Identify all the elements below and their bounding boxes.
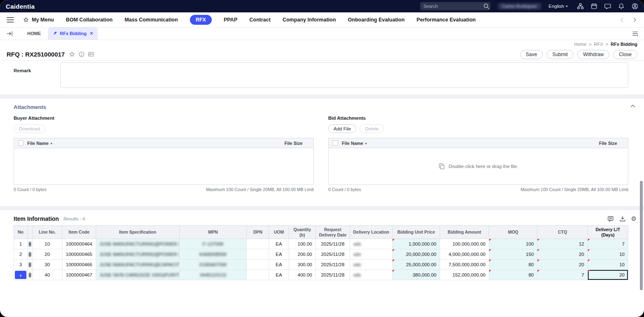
cell-bidding_amount[interactable]: 4,000,000,000.00 (440, 249, 489, 260)
col-header-bidding-unit-price[interactable]: Bidding Unit Price (393, 226, 440, 239)
user-name[interactable]: Carlos Rodriguez (498, 3, 541, 9)
chevron-left-icon[interactable] (619, 17, 625, 23)
cell-line_no[interactable]: 40 (33, 270, 62, 280)
nav-item-contract[interactable]: Contract (249, 17, 270, 23)
favorite-star-icon[interactable] (69, 51, 75, 57)
nav-item-mass-communication[interactable]: Mass Communication (125, 17, 178, 23)
cell-no[interactable]: 3 (14, 260, 28, 270)
cell-uom[interactable]: EA (269, 249, 289, 260)
cell-no[interactable]: 1 (14, 239, 28, 249)
cell-line_no[interactable]: 20 (33, 249, 62, 260)
download-icon[interactable] (619, 215, 626, 222)
table-row[interactable]: 1101000000464JUSE MANUFACTURING@POWER 15… (14, 239, 628, 249)
cell-uom[interactable]: EA (269, 260, 289, 270)
cell-mpn[interactable]: KA6800B5W (180, 249, 247, 260)
select-all-checkbox[interactable] (18, 140, 24, 146)
chevron-right-icon[interactable] (632, 17, 637, 23)
nav-item-bom-collaboration[interactable]: BOM Collaboration (66, 17, 112, 23)
col-header-dpn[interactable]: DPN (247, 226, 269, 239)
cell-bidding_unit_price[interactable]: 380,000.00 (393, 270, 440, 280)
breadcrumb-rfx[interactable]: RFX (594, 42, 603, 47)
col-header-flag[interactable] (28, 226, 33, 239)
user-icon[interactable] (631, 3, 638, 10)
cell-bidding_amount[interactable]: 152,000,000.00 (440, 270, 489, 280)
cell-item_code[interactable]: 1000000465 (62, 249, 96, 260)
cell-ctq[interactable]: 7 (537, 270, 588, 280)
col-header-request-delivery-date[interactable]: Request Delivery Date (316, 226, 350, 239)
contact-card-icon[interactable] (88, 51, 94, 57)
cell-bidding_amount[interactable]: 100,000,000.00 (440, 239, 489, 249)
sort-asc-icon[interactable]: ▲ (50, 142, 53, 144)
bell-icon[interactable] (618, 3, 625, 10)
language-selector[interactable]: English ▾ (549, 4, 568, 9)
cell-ctq[interactable]: 20 (537, 260, 588, 270)
comment-icon[interactable] (607, 215, 614, 222)
bid-grid-body[interactable]: Double-click here or drag the file. (329, 148, 628, 185)
cell-ctq[interactable]: 12 (537, 239, 588, 249)
cell-item_code[interactable]: 1000000464 (62, 239, 96, 249)
save-button[interactable]: Save (520, 50, 543, 59)
close-icon[interactable]: × (90, 31, 93, 36)
cell-flag[interactable] (28, 239, 33, 249)
cell-delivery_lt[interactable]: 20 (588, 270, 628, 280)
cell-line_no[interactable]: 30 (33, 260, 62, 270)
cell-flag[interactable] (28, 249, 33, 260)
delete-button[interactable]: Delete (360, 124, 384, 133)
calendar-icon[interactable] (590, 3, 597, 10)
cell-dpn[interactable] (247, 239, 269, 249)
cell-uom[interactable]: EA (269, 239, 289, 249)
file-dropzone[interactable]: Double-click here or drag the file. (438, 163, 519, 170)
col-header-mpn[interactable]: MPN (180, 226, 247, 239)
table-row[interactable]: 3301000000466JUSE MANUFACTURING@CAPACITY… (14, 260, 628, 270)
cell-delivery_lt[interactable]: 10 (588, 260, 628, 270)
cell-request_delivery_date[interactable]: 2025/11/28 (316, 270, 350, 280)
cell-item_spec[interactable]: JUSE MANUFACTURING@POWER 1500W (96, 239, 180, 249)
cell-delivery_lt[interactable]: 10 (588, 249, 628, 260)
remark-textarea[interactable] (60, 62, 628, 88)
global-search[interactable] (420, 2, 490, 10)
tab-home[interactable]: HOME (20, 27, 48, 40)
nav-item-performance-evaluation[interactable]: Performance Evaluation (417, 17, 476, 23)
cell-moq[interactable]: 100 (489, 239, 537, 249)
withdraw-button[interactable]: Withdraw (577, 50, 609, 59)
col-header-delivery-location[interactable]: Delivery Location (350, 226, 393, 239)
file-size-header[interactable]: File Size (284, 141, 309, 146)
col-header-item-code[interactable]: Item Code (62, 226, 96, 239)
expand-panel-icon[interactable] (7, 31, 13, 37)
cell-uom[interactable]: EA (269, 270, 289, 280)
collapse-section-icon[interactable] (630, 103, 636, 111)
cell-dpn[interactable] (247, 249, 269, 260)
cell-bidding_amount[interactable]: 7,500,000,000.00 (440, 260, 489, 270)
download-button[interactable]: Download (14, 124, 45, 133)
cell-bidding_unit_price[interactable]: 1,000,000.00 (393, 239, 440, 249)
cell-no[interactable]: › (14, 270, 28, 280)
cell-delivery_location[interactable]: sdo (350, 270, 393, 280)
col-header-item-specification[interactable]: Item Specification (96, 226, 180, 239)
search-input[interactable] (424, 4, 482, 9)
table-row[interactable]: 2201000000465JUSE MANUFACTURING@POWER 10… (14, 249, 628, 260)
file-size-header[interactable]: File Size (599, 141, 624, 146)
menu-hamburger-icon[interactable] (7, 17, 14, 23)
cell-item_spec[interactable]: JUSE MANUFACTURING@POWER 1000W (96, 249, 180, 260)
nav-item-onboarding-evaluation[interactable]: Onboarding Evaluation (348, 17, 405, 23)
col-header-delivery-l-t-days-[interactable]: Delivery L/T (Days) (588, 226, 628, 239)
cell-request_delivery_date[interactable]: 2025/11/28 (316, 260, 350, 270)
cell-delivery_location[interactable]: sdo (350, 249, 393, 260)
cell-bidding_unit_price[interactable]: 25,000,000.00 (393, 260, 440, 270)
info-icon[interactable] (78, 51, 85, 57)
gear-icon[interactable]: ⚙ (631, 216, 637, 222)
cell-flag[interactable] (28, 270, 33, 280)
breadcrumb-home[interactable]: Home (574, 42, 586, 47)
cell-delivery_location[interactable]: sdo (350, 239, 393, 249)
cell-quantity[interactable]: 100.00 (289, 239, 316, 249)
vertical-scrollbar[interactable] (640, 181, 643, 290)
cell-request_delivery_date[interactable]: 2025/11/28 (316, 239, 350, 249)
org-chart-icon[interactable] (577, 3, 584, 10)
sort-asc-icon[interactable]: ▲ (365, 142, 367, 144)
nav-item-ppap[interactable]: PPAP (224, 17, 237, 23)
col-header-uom[interactable]: UOM (269, 226, 289, 239)
cell-moq[interactable]: 80 (489, 270, 537, 280)
cell-item_code[interactable]: 1000000466 (62, 260, 96, 270)
select-all-checkbox[interactable] (333, 140, 338, 146)
nav-item-rfx[interactable]: RFX (190, 15, 212, 25)
